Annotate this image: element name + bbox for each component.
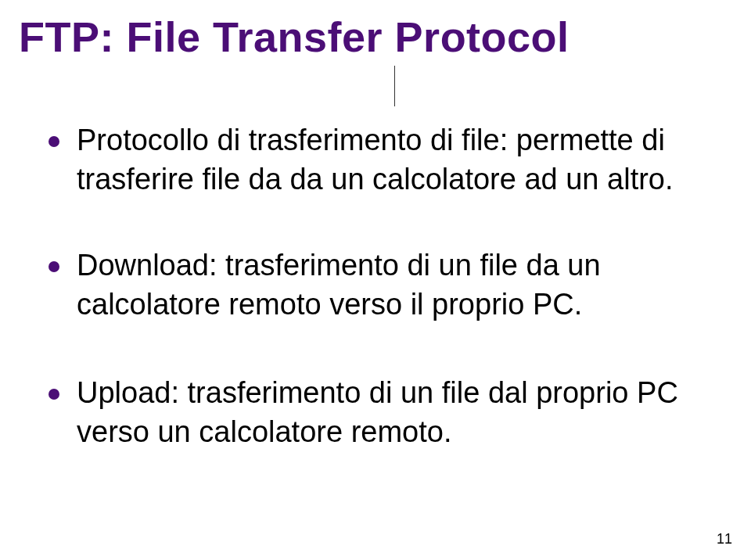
slide-body: Protocollo di trasferimento di file: per… (49, 120, 713, 451)
slide-title: FTP: File Transfer Protocol (19, 13, 570, 61)
bullet-icon (49, 261, 59, 272)
bullet-icon (49, 136, 59, 147)
bullet-icon (49, 389, 59, 400)
bullet-text: Protocollo di trasferimento di file: per… (77, 120, 713, 199)
bullet-item: Download: trasferimento di un file da un… (49, 246, 713, 324)
bullet-item: Protocollo di trasferimento di file: per… (49, 120, 713, 199)
page-number: 11 (717, 531, 732, 547)
slide: FTP: File Transfer Protocol Protocollo d… (0, 0, 751, 560)
bullet-text: Upload: trasferimento di un file dal pro… (77, 373, 713, 451)
bullet-item: Upload: trasferimento di un file dal pro… (49, 373, 713, 451)
title-divider (394, 66, 395, 106)
spacer (49, 325, 713, 373)
spacer (49, 199, 713, 246)
bullet-text: Download: trasferimento di un file da un… (77, 246, 713, 324)
